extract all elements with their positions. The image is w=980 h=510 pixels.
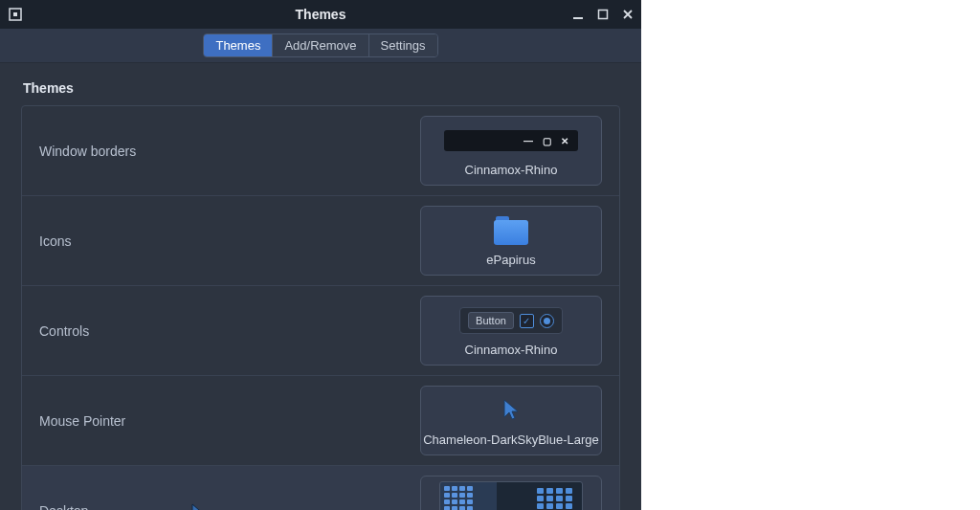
minimize-icon[interactable] [570, 7, 586, 22]
window-border-preview: — ▢ ✕ [444, 124, 578, 157]
label-controls: Controls [39, 323, 259, 339]
row-controls: Controls Button ✓ Cinnamox-Rhino [22, 286, 619, 376]
toolbar: Themes Add/Remove Settings [0, 29, 641, 63]
window-title: Themes [296, 7, 346, 22]
tab-settings[interactable]: Settings [369, 34, 437, 56]
folder-icon [494, 216, 528, 245]
label-icons: Icons [39, 233, 259, 249]
mouse-pointer-preview [501, 394, 521, 427]
svg-rect-2 [573, 17, 583, 19]
controls-value: Cinnamox-Rhino [465, 343, 558, 357]
preview-button: Button [468, 312, 514, 329]
icons-preview [494, 214, 528, 247]
close-icon[interactable] [620, 7, 635, 22]
preview-radio-icon [540, 314, 554, 328]
window-borders-value: Cinnamox-Rhino [465, 163, 558, 177]
icons-selector[interactable]: ePapirus [420, 206, 602, 276]
preview-checkbox-icon: ✓ [520, 314, 534, 328]
icons-value: ePapirus [486, 253, 535, 267]
controls-selector[interactable]: Button ✓ Cinnamox-Rhino [420, 296, 602, 366]
tab-add-remove[interactable]: Add/Remove [273, 34, 368, 56]
mouse-pointer-value: Chameleon-DarkSkyBlue-Large [423, 432, 599, 447]
system-cursor-icon [189, 502, 209, 510]
cursor-icon [501, 398, 521, 423]
row-window-borders: Window borders — ▢ ✕ Cinnamox-Rhino [22, 106, 619, 196]
mouse-pointer-selector[interactable]: Chameleon-DarkSkyBlue-Large [420, 386, 602, 455]
window-menu-icon[interactable] [8, 7, 23, 22]
themes-panel: Window borders — ▢ ✕ Cinnamox-Rhino Icon… [21, 105, 620, 510]
titlebar: Themes [0, 0, 641, 29]
preview-maximize-icon: ▢ [543, 136, 551, 146]
maximize-icon[interactable] [595, 7, 611, 22]
svg-rect-1 [13, 12, 17, 16]
section-heading: Themes [23, 80, 620, 96]
desktop-preview [439, 484, 583, 510]
content: Themes Window borders — ▢ ✕ Cinnamox-Rhi… [0, 63, 641, 510]
svg-rect-3 [599, 11, 608, 19]
tab-themes[interactable]: Themes [204, 34, 273, 56]
tabbar: Themes Add/Remove Settings [203, 33, 437, 57]
desktop-selector[interactable]: Cinnamox-Rhino [420, 476, 602, 510]
themes-window: Themes Themes Add/Remove Settings Themes… [0, 0, 641, 510]
preview-close-icon: ✕ [561, 136, 568, 146]
controls-preview: Button ✓ [459, 304, 563, 337]
row-desktop: Desktop [22, 466, 619, 510]
window-borders-selector[interactable]: — ▢ ✕ Cinnamox-Rhino [420, 116, 602, 186]
row-icons: Icons ePapirus [22, 196, 619, 286]
row-mouse-pointer: Mouse Pointer Chameleon-DarkSkyBlue-Larg… [22, 376, 619, 466]
preview-minimize-icon: — [523, 136, 533, 146]
label-window-borders: Window borders [39, 144, 259, 159]
label-desktop: Desktop [39, 503, 259, 511]
label-mouse-pointer: Mouse Pointer [39, 413, 259, 429]
